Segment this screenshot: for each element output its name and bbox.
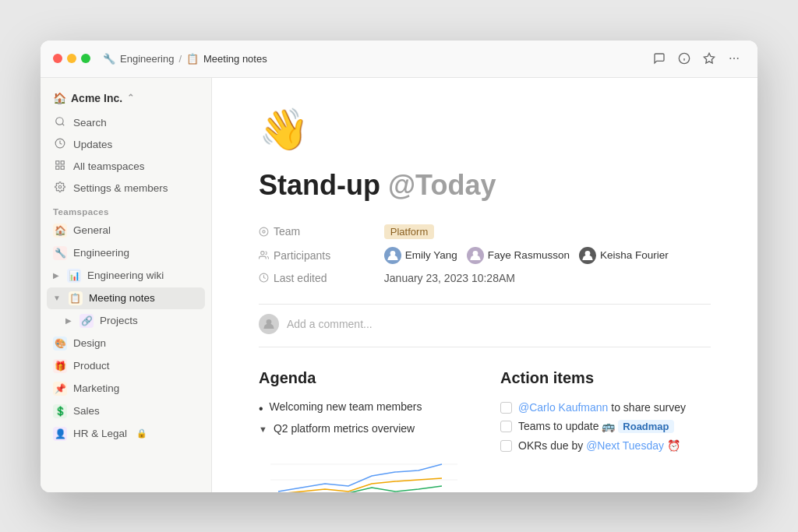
minimize-button[interactable] — [67, 54, 76, 63]
sidebar-item-updates[interactable]: Updates — [47, 134, 205, 155]
comment-area: Add a comment... — [259, 304, 711, 347]
more-options-button[interactable] — [723, 48, 745, 69]
sidebar-item-hr-legal[interactable]: 👤 HR & Legal 🔒 — [47, 423, 205, 445]
sidebar-item-design[interactable]: 🎨 Design — [47, 333, 205, 354]
list-item: • Welcoming new team members — [259, 398, 469, 420]
participant-emily: Emily Yang — [384, 247, 457, 264]
participant-keisha: Keisha Fourier — [579, 247, 669, 264]
fullscreen-button[interactable] — [81, 54, 90, 63]
engineering-icon: 🔧 — [53, 246, 67, 260]
participant-faye-name: Faye Rasmusson — [488, 249, 570, 261]
sidebar-search-label: Search — [73, 117, 107, 129]
meta-row-last-edited: Last edited January 23, 2023 10:28AM — [259, 268, 711, 288]
page-today-mention[interactable]: @Today — [388, 169, 496, 201]
breadcrumb-workspace-icon: 🔧 — [103, 53, 115, 65]
sidebar-item-search[interactable]: Search — [47, 112, 205, 133]
action-item-2: Teams to update 🚌 Roadmap — [518, 420, 674, 433]
sidebar-meeting-notes-label: Meeting notes — [89, 292, 155, 304]
chevron-right-icon: ▶ — [53, 271, 59, 280]
participant-keisha-name: Keisha Fourier — [600, 249, 669, 261]
svg-rect-10 — [56, 160, 59, 164]
sidebar-item-product[interactable]: 🎁 Product — [47, 355, 205, 377]
sidebar-updates-label: Updates — [73, 139, 112, 150]
close-button[interactable] — [53, 54, 62, 63]
mention-next-tuesday[interactable]: @Next Tuesday — [586, 439, 664, 452]
content-area: 🏠 Acme Inc. ⌃ Search Updates — [41, 78, 757, 492]
svg-point-16 — [263, 230, 265, 232]
sidebar-product-label: Product — [73, 360, 110, 372]
sidebar-item-meeting-notes[interactable]: ▼ 📋 Meeting notes — [47, 287, 205, 309]
comment-input[interactable]: Add a comment... — [287, 318, 373, 330]
meta-table: Team Platform Participants — [259, 220, 711, 288]
search-icon — [53, 116, 67, 129]
traffic-lights — [53, 54, 90, 63]
checkbox-1[interactable] — [500, 402, 512, 414]
chart-svg — [259, 449, 469, 492]
sidebar-item-marketing[interactable]: 📌 Marketing — [47, 378, 205, 400]
svg-rect-11 — [61, 160, 64, 164]
participant-faye: Faye Rasmusson — [467, 247, 570, 264]
marketing-icon: 📌 — [53, 382, 67, 396]
sidebar-engineering-wiki-label: Engineering wiki — [87, 270, 164, 281]
list-item: @Carlo Kaufmann to share survey — [500, 398, 711, 417]
sidebar-item-engineering-wiki[interactable]: ▶ 📊 Engineering wiki — [47, 265, 205, 287]
wiki-icon: 📊 — [67, 269, 81, 283]
action-items-section: Action items @Carlo Kaufmann to share su… — [500, 369, 711, 492]
titlebar: 🔧 Engineering / 📋 Meeting notes — [41, 41, 757, 78]
breadcrumb-workspace[interactable]: Engineering — [120, 53, 174, 65]
mention-carlo[interactable]: @Carlo Kaufmann — [518, 401, 608, 414]
action-item-1: @Carlo Kaufmann to share survey — [518, 401, 686, 414]
chart-area — [259, 449, 469, 492]
titlebar-actions — [648, 48, 745, 69]
workspace-chevron-icon: ⌃ — [127, 93, 134, 103]
sidebar-settings-label: Settings & members — [73, 182, 168, 194]
general-icon: 🏠 — [53, 224, 67, 238]
sidebar-item-settings[interactable]: Settings & members — [47, 178, 205, 199]
info-icon-button[interactable] — [673, 48, 695, 69]
team-label: Team — [259, 225, 368, 238]
projects-icon: 🔗 — [79, 314, 94, 328]
last-edited-value: January 23, 2023 10:28AM — [384, 272, 515, 284]
svg-rect-12 — [56, 166, 59, 169]
product-icon: 🎁 — [53, 359, 67, 373]
breadcrumb-page: Meeting notes — [203, 53, 267, 65]
sidebar-design-label: Design — [73, 337, 106, 349]
platform-badge[interactable]: Platform — [384, 224, 434, 239]
workspace-item[interactable]: 🏠 Acme Inc. ⌃ — [47, 87, 205, 109]
checkbox-3[interactable] — [500, 440, 512, 452]
svg-point-7 — [56, 117, 63, 124]
agenda-item-2: Q2 platform metrics overview — [274, 422, 415, 435]
workspace-name: Acme Inc. — [71, 92, 122, 104]
sidebar-item-sales[interactable]: 💲 Sales — [47, 400, 205, 422]
users-icon — [259, 250, 269, 260]
breadcrumb: 🔧 Engineering / 📋 Meeting notes — [103, 53, 642, 65]
sidebar-item-all-teamspaces[interactable]: All teamspaces — [47, 156, 205, 177]
clock-icon — [53, 138, 67, 151]
triangle-icon: ▼ — [259, 422, 267, 437]
sidebar-item-engineering[interactable]: 🔧 Engineering — [47, 242, 205, 264]
app-window: 🔧 Engineering / 📋 Meeting notes — [41, 41, 757, 492]
list-item: OKRs due by @Next Tuesday ⏰ — [500, 436, 711, 455]
sidebar-item-projects[interactable]: ▶ 🔗 Projects — [47, 310, 205, 332]
main-content: 👋 Stand-up @Today Team — [212, 78, 757, 492]
svg-marker-3 — [704, 53, 714, 63]
sidebar: 🏠 Acme Inc. ⌃ Search Updates — [41, 78, 212, 492]
sidebar-marketing-label: Marketing — [73, 382, 119, 394]
svg-point-17 — [261, 252, 264, 255]
sidebar-item-general[interactable]: 🏠 General — [47, 220, 205, 241]
meta-row-participants: Participants Emily Yang — [259, 243, 711, 268]
clock-small-icon — [259, 273, 269, 283]
comment-icon-button[interactable] — [648, 48, 670, 69]
meeting-notes-icon: 📋 — [69, 291, 83, 305]
checkbox-2[interactable] — [500, 421, 512, 432]
svg-point-15 — [260, 227, 268, 236]
target-icon — [259, 227, 269, 237]
last-edited-label: Last edited — [259, 272, 368, 284]
sales-icon: 💲 — [53, 404, 67, 418]
roadmap-badge[interactable]: Roadmap — [618, 420, 673, 433]
participants-label: Participants — [259, 249, 368, 262]
agenda-title: Agenda — [259, 369, 469, 387]
sidebar-all-teamspaces-label: All teamspaces — [73, 160, 145, 172]
hr-icon: 👤 — [53, 427, 67, 441]
star-icon-button[interactable] — [698, 48, 720, 69]
